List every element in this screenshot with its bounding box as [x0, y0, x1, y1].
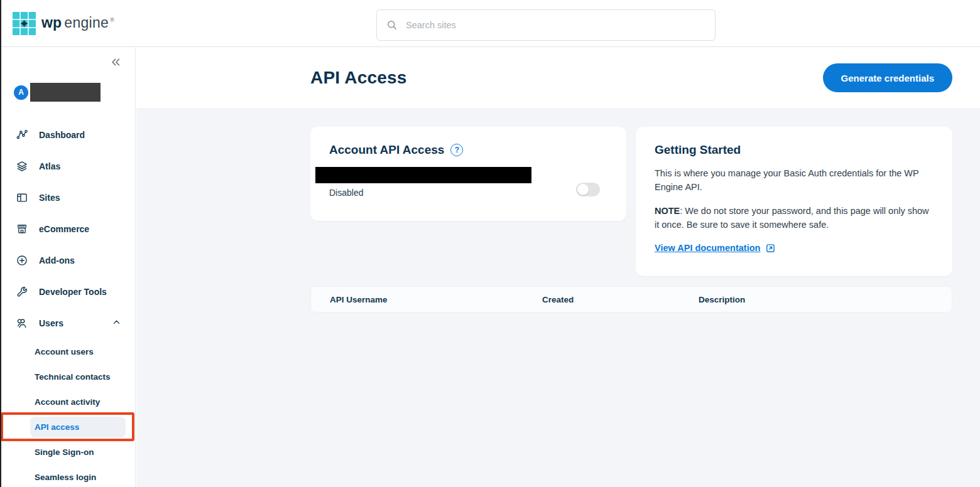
window-edge — [0, 0, 1, 487]
account-api-access-title: Account API Access — [329, 143, 444, 157]
sidebar-item-label: Users — [39, 318, 63, 328]
sidebar-subitem-technical-contacts[interactable]: Technical contacts — [0, 364, 135, 389]
wrench-icon — [16, 286, 28, 298]
content-area: Account API Access ? Disabled Getting St… — [136, 108, 980, 313]
sidebar-item-label: Developer Tools — [39, 287, 107, 297]
toggle-knob — [577, 184, 589, 195]
credentials-table-header: API Username Created Description — [310, 286, 952, 313]
sidebar-subitem-account-users[interactable]: Account users — [0, 339, 135, 364]
sidebar-item-label: Dashboard — [39, 130, 85, 140]
search-input[interactable] — [405, 19, 706, 31]
note-body: : We do not store your password, and thi… — [655, 206, 929, 230]
sidebar-item-atlas[interactable]: Atlas — [0, 151, 135, 182]
sidebar-item-developer-tools[interactable]: Developer Tools — [0, 276, 135, 308]
main-content: API Access Generate credentials Account … — [136, 48, 980, 487]
getting-started-card: Getting Started This is where you manage… — [636, 127, 952, 276]
plus-circle-icon — [16, 254, 28, 267]
sidebar-nav: Dashboard Atlas Sites — [0, 119, 135, 339]
account-switcher[interactable]: A — [14, 83, 101, 102]
users-subnav: Account users Technical contacts Account… — [0, 339, 135, 487]
doc-link-label: View API documentation — [655, 243, 760, 253]
logo-engine: engine — [64, 14, 109, 31]
wp-engine-logo-icon — [13, 12, 36, 35]
column-api-username: API Username — [330, 295, 542, 304]
api-status-label: Disabled — [329, 188, 607, 198]
note-label: NOTE — [655, 206, 680, 216]
window-icon — [16, 191, 28, 204]
getting-started-title: Getting Started — [655, 143, 934, 157]
getting-started-body: This is where you manage your Basic Auth… — [655, 166, 934, 195]
avatar: A — [14, 85, 28, 100]
users-icon — [16, 317, 28, 329]
site-search[interactable] — [376, 9, 716, 41]
logo-wp: wp — [41, 14, 62, 31]
column-created: Created — [542, 295, 699, 304]
sidebar-subitem-api-access[interactable]: API access — [0, 414, 135, 439]
wp-engine-app: wp engine ® A — [0, 0, 980, 487]
account-api-access-card: Account API Access ? Disabled — [310, 127, 626, 221]
sidebar-subitem-single-sign-on[interactable]: Single Sign-on — [0, 439, 135, 464]
sidebar-collapse-button[interactable] — [107, 55, 124, 70]
sidebar-item-label: eCommerce — [39, 224, 89, 234]
page-header: API Access Generate credentials — [136, 48, 980, 108]
sidebar: A Dashboard Atlas Sites — [0, 48, 136, 487]
help-icon[interactable]: ? — [450, 144, 463, 156]
search-icon — [386, 19, 398, 31]
sidebar-item-add-ons[interactable]: Add-ons — [0, 245, 135, 276]
chevron-up-icon — [112, 318, 121, 329]
generate-credentials-button[interactable]: Generate credentials — [823, 63, 952, 92]
redacted-account-value — [315, 167, 531, 183]
sidebar-subitem-account-activity[interactable]: Account activity — [0, 389, 135, 414]
sidebar-item-label: Add-ons — [39, 255, 75, 265]
wp-engine-logo-text: wp engine ® — [41, 14, 114, 31]
view-api-documentation-link[interactable]: View API documentation — [655, 243, 776, 254]
storefront-icon — [16, 223, 28, 235]
api-access-toggle[interactable] — [576, 183, 600, 196]
column-description: Description — [699, 295, 952, 304]
dashboard-icon — [16, 129, 28, 141]
sidebar-item-label: Sites — [39, 193, 60, 203]
getting-started-note: NOTE: We do not store your password, and… — [655, 204, 934, 232]
logo-registered-mark: ® — [110, 17, 114, 23]
sidebar-item-label: Atlas — [39, 161, 60, 171]
wp-engine-logo[interactable]: wp engine ® — [13, 12, 114, 35]
page-title: API Access — [310, 68, 407, 88]
sidebar-item-dashboard[interactable]: Dashboard — [0, 119, 135, 151]
sidebar-item-ecommerce[interactable]: eCommerce — [0, 213, 135, 245]
chevrons-left-icon — [109, 56, 122, 68]
external-link-icon — [765, 243, 776, 254]
sidebar-item-users[interactable]: Users — [0, 308, 135, 339]
sidebar-item-sites[interactable]: Sites — [0, 182, 135, 213]
layers-icon — [16, 160, 28, 173]
top-header: wp engine ® — [0, 0, 980, 47]
redacted-account-name — [30, 83, 101, 102]
sidebar-subitem-seamless-login[interactable]: Seamless login — [0, 464, 135, 487]
